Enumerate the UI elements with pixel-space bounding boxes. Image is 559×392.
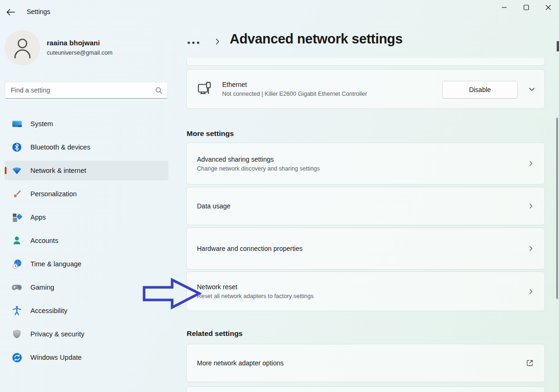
breadcrumb-chevron-icon	[214, 38, 221, 45]
breadcrumb-ellipsis-icon[interactable]	[188, 42, 199, 44]
chevron-right-icon	[527, 202, 535, 210]
ethernet-adapter-icon	[197, 81, 216, 97]
sidebar-item-personalization[interactable]: Personalization	[5, 184, 168, 204]
minimize-icon	[501, 5, 507, 10]
window-controls	[493, 0, 559, 15]
card-subtitle: Reset all network adapters to factory se…	[197, 293, 313, 299]
related-settings-heading: Related settings	[187, 329, 243, 338]
hardware-connection-properties-card[interactable]: Hardware and connection properties	[186, 228, 545, 270]
annotation-arrow-icon	[140, 277, 202, 311]
sidebar-item-label: Gaming	[30, 284, 54, 291]
privacy-security-icon	[11, 328, 22, 340]
card-title: Advanced sharing settings	[197, 156, 320, 163]
chevron-right-icon	[527, 244, 535, 253]
back-arrow-icon	[6, 8, 15, 16]
disable-button[interactable]: Disable	[442, 81, 518, 99]
network-reset-card[interactable]: Network reset Reset all network adapters…	[186, 271, 545, 311]
chevron-right-icon	[527, 287, 535, 296]
more-network-adapter-options-card[interactable]: More network adapter options	[186, 344, 545, 382]
chevron-down-icon[interactable]	[527, 84, 537, 94]
search-input[interactable]	[11, 86, 155, 94]
sidebar-item-network-internet[interactable]: Network & internet	[5, 161, 168, 180]
sidebar-item-label: Accessibility	[30, 307, 67, 314]
search-icon	[155, 86, 163, 94]
external-link-icon	[525, 359, 534, 368]
sidebar-item-label: Bluetooth & devices	[30, 143, 90, 151]
sidebar-item-bluetooth[interactable]: Bluetooth & devices	[5, 137, 168, 157]
minimize-button[interactable]	[493, 0, 515, 15]
windows-update-icon	[11, 352, 22, 363]
sidebar-item-label: System	[30, 120, 53, 128]
scrollbar-thumb[interactable]	[556, 118, 558, 299]
ethernet-status: Not connected | Killer E2600 Gigabit Eth…	[222, 91, 367, 97]
sidebar-item-label: Privacy & security	[30, 330, 84, 338]
card-title: Data usage	[197, 202, 231, 210]
back-button[interactable]	[4, 6, 17, 18]
sidebar-item-privacy-security[interactable]: Privacy & security	[5, 324, 168, 344]
chevron-right-icon	[527, 159, 535, 168]
sidebar-item-time-language[interactable]: Time & language	[5, 254, 168, 274]
accessibility-icon	[11, 305, 22, 316]
close-icon	[545, 5, 551, 10]
gaming-icon	[11, 282, 22, 293]
sidebar-nav: System Bluetooth & devices Network & int…	[0, 114, 173, 371]
maximize-icon	[523, 5, 529, 10]
sidebar-item-label: Personalization	[30, 190, 77, 198]
time-language-icon	[11, 258, 22, 270]
selected-accent-bar	[5, 167, 7, 174]
profile-name: raaina bhojwani	[47, 39, 100, 47]
network-icon	[11, 165, 22, 176]
partial-card-top[interactable]	[186, 58, 545, 66]
scrollbar-segment	[557, 41, 559, 51]
ethernet-card[interactable]: Ethernet Not connected | Killer E2600 Gi…	[186, 69, 545, 109]
sidebar-item-label: Time & language	[30, 260, 81, 268]
avatar	[5, 30, 40, 65]
partial-card-bottom[interactable]	[186, 386, 545, 392]
accounts-icon	[11, 235, 22, 246]
settings-window: Settings raaina bhojwani cuteuniverse@gm…	[0, 0, 559, 392]
sidebar-item-accounts[interactable]: Accounts	[5, 231, 168, 250]
advanced-sharing-settings-card[interactable]: Advanced sharing settings Change network…	[186, 143, 545, 185]
sidebar-item-label: Accounts	[30, 237, 58, 244]
personalization-icon	[11, 188, 22, 200]
sidebar-item-label: Windows Update	[30, 354, 82, 361]
apps-icon	[11, 212, 22, 223]
card-title: Network reset	[197, 283, 313, 291]
system-icon	[11, 118, 22, 129]
data-usage-card[interactable]: Data usage	[186, 187, 545, 225]
sidebar-item-system[interactable]: System	[5, 114, 168, 134]
sidebar-item-apps[interactable]: Apps	[5, 207, 168, 227]
sidebar-item-label: Network & internet	[30, 167, 86, 174]
maximize-button[interactable]	[515, 0, 537, 15]
card-title: More network adapter options	[197, 359, 283, 367]
profile-email: cuteuniverse@gmail.com	[47, 50, 113, 56]
card-title: Hardware and connection properties	[197, 245, 303, 252]
card-subtitle: Change network discovery and sharing set…	[197, 165, 320, 172]
app-title: Settings	[27, 8, 51, 15]
bluetooth-icon	[11, 142, 22, 153]
close-button[interactable]	[537, 0, 559, 15]
ethernet-title: Ethernet	[222, 81, 367, 88]
search-box[interactable]	[5, 82, 168, 99]
person-icon	[12, 37, 33, 58]
more-settings-heading: More settings	[187, 129, 234, 138]
sidebar-item-label: Apps	[30, 214, 46, 221]
page-title: Advanced network settings	[230, 31, 403, 47]
sidebar-item-windows-update[interactable]: Windows Update	[5, 348, 168, 367]
